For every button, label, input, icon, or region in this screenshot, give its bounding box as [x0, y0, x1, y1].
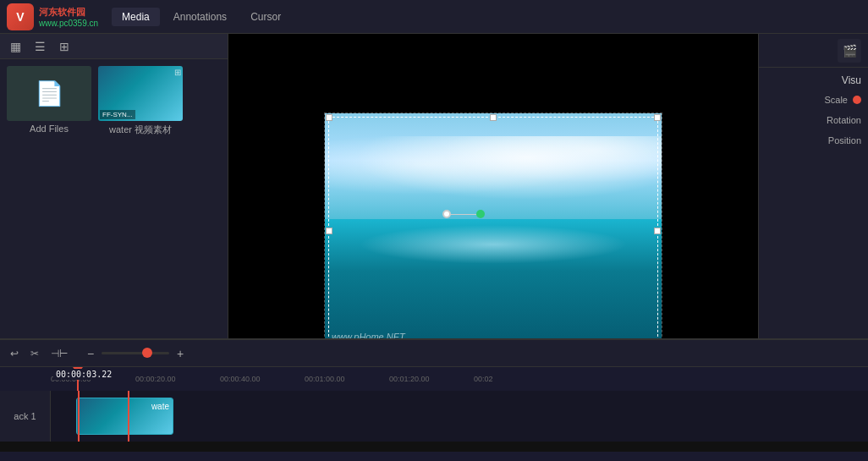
- grid-view-icon[interactable]: ▦: [7, 38, 25, 55]
- list-view-icon[interactable]: ☰: [31, 38, 49, 55]
- video-thumb-bg: ⊞ FF-SYN...: [98, 66, 183, 121]
- water-video-label: water 视频素材: [109, 123, 172, 136]
- thumb-label-overlay: FF-SYN...: [100, 110, 135, 119]
- scale-property-row: Scale: [759, 90, 868, 110]
- preview-clouds: [325, 136, 662, 206]
- clip-label: wate: [151, 402, 169, 411]
- left-toolbar: ▦ ☰ ⊞: [0, 34, 228, 59]
- tile-view-icon[interactable]: ⊞: [56, 38, 73, 55]
- ruler-label-1: 00:00:20.00: [135, 375, 220, 383]
- ruler-label-5: 00:02: [474, 375, 558, 383]
- timeline-area: ↩ ✂ ⊣⊢ − + 00:00:03.22 00:00:00.00 00:00…: [0, 338, 868, 461]
- scale-label: Scale: [824, 95, 848, 105]
- undo-button[interactable]: ↩: [7, 346, 22, 361]
- water-video-thumb: ⊞ FF-SYN...: [98, 66, 183, 121]
- track-content: wate: [51, 391, 868, 442]
- scale-keyframe-dot[interactable]: [853, 96, 861, 104]
- track-label-text: ack 1: [14, 411, 36, 421]
- water-video-item[interactable]: ⊞ FF-SYN... water 视频素材: [98, 66, 183, 136]
- rotation-property-row: Rotation: [759, 110, 868, 130]
- ruler-label-2: 00:00:40.00: [220, 375, 305, 383]
- top-bar: V 河东软件园 www.pc0359.cn Media Annotations …: [0, 0, 868, 34]
- track-clip[interactable]: wate: [76, 398, 173, 435]
- add-files-icon: 📄: [35, 80, 64, 107]
- timeline-playhead: 00:00:03.22: [77, 367, 79, 391]
- rotation-label: Rotation: [827, 115, 861, 125]
- preview-water: [325, 219, 662, 348]
- clip-playhead-line: [78, 391, 80, 442]
- preview-video-bg: www.pHome.NET: [325, 113, 662, 348]
- timeline-scrollbar[interactable]: [0, 442, 868, 452]
- position-label: Position: [828, 135, 861, 145]
- logo-area: V 河东软件园 www.pc0359.cn: [7, 3, 98, 30]
- ruler-label-4: 00:01:20.00: [389, 375, 474, 383]
- logo-text: 河东软件园 www.pc0359.cn: [39, 6, 98, 28]
- tab-media[interactable]: Media: [112, 8, 160, 26]
- right-panel-header: 🎬: [759, 34, 868, 68]
- zoom-bar: − +: [83, 347, 188, 360]
- visual-label: Visu: [759, 68, 868, 90]
- motion-path: [442, 214, 485, 215]
- preview-water-highlight: [359, 225, 628, 264]
- playhead-time-badge: 00:00:03.22: [53, 369, 114, 380]
- zoom-slider-handle[interactable]: [142, 348, 152, 358]
- position-property-row: Position: [759, 130, 868, 151]
- right-tab-icon[interactable]: 🎬: [838, 39, 861, 63]
- track-area: ack 1 wate: [0, 391, 868, 442]
- zoom-slider[interactable]: [102, 352, 169, 354]
- add-files-thumb: 📄: [7, 66, 91, 121]
- zoom-in-button[interactable]: +: [173, 347, 188, 360]
- trim-button[interactable]: ⊣⊢: [47, 346, 71, 361]
- main-playhead-line: [128, 391, 129, 442]
- clip-video-preview: wate: [77, 398, 173, 434]
- track-label: ack 1: [0, 391, 51, 442]
- tab-annotations[interactable]: Annotations: [163, 8, 237, 26]
- timeline-ruler-row: 00:00:03.22 00:00:00.00 00:00:20.00 00:0…: [0, 367, 868, 391]
- motion-line: [447, 214, 476, 215]
- add-files-item[interactable]: 📄 Add Files: [7, 66, 91, 136]
- preview-canvas: www.pHome.NET: [324, 113, 662, 349]
- thumb-grid-icon: ⊞: [174, 68, 181, 77]
- cut-button[interactable]: ✂: [27, 346, 42, 361]
- add-files-label: Add Files: [30, 123, 69, 134]
- timeline-toolbar: ↩ ✂ ⊣⊢ − +: [0, 340, 868, 367]
- nav-tabs: Media Annotations Cursor: [112, 8, 291, 26]
- ruler-label-3: 00:01:00.00: [305, 375, 389, 383]
- zoom-out-button[interactable]: −: [83, 347, 98, 360]
- logo-icon: V: [7, 3, 34, 30]
- tab-cursor[interactable]: Cursor: [240, 8, 291, 26]
